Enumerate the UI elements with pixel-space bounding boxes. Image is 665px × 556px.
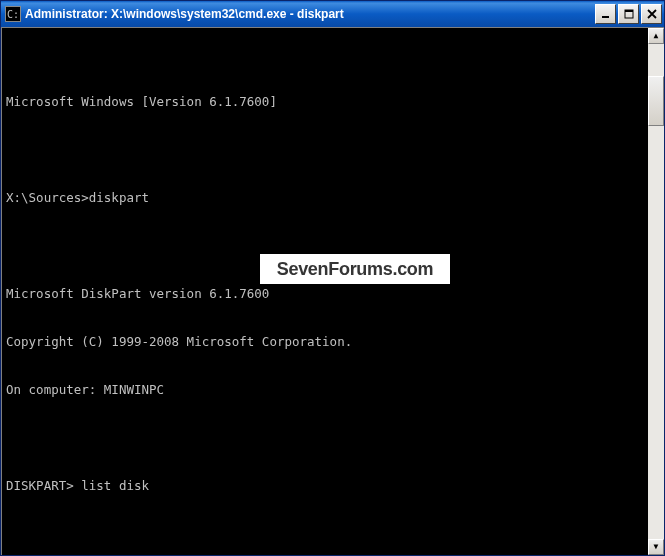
maximize-button[interactable] bbox=[618, 4, 639, 24]
scroll-thumb[interactable] bbox=[648, 76, 664, 126]
scroll-down-button[interactable]: ▼ bbox=[648, 539, 664, 555]
terminal-window: C: Administrator: X:\windows\system32\cm… bbox=[0, 0, 665, 556]
output-line bbox=[6, 526, 644, 542]
titlebar[interactable]: C: Administrator: X:\windows\system32\cm… bbox=[1, 1, 664, 27]
minimize-button[interactable] bbox=[595, 4, 616, 24]
scroll-up-button[interactable]: ▲ bbox=[648, 28, 664, 44]
watermark-overlay: SevenForums.com bbox=[260, 254, 450, 284]
vertical-scrollbar[interactable]: ▲ ▼ bbox=[648, 28, 664, 555]
output-line: On computer: MINWINPC bbox=[6, 382, 644, 398]
terminal-body[interactable]: Microsoft Windows [Version 6.1.7600] X:\… bbox=[1, 27, 664, 555]
svg-rect-0 bbox=[602, 16, 609, 18]
output-line bbox=[6, 238, 644, 254]
output-line: Copyright (C) 1999-2008 Microsoft Corpor… bbox=[6, 334, 644, 350]
output-line bbox=[6, 430, 644, 446]
close-button[interactable] bbox=[641, 4, 662, 24]
prompt-line: X:\Sources>diskpart bbox=[6, 190, 644, 206]
svg-rect-2 bbox=[625, 10, 633, 12]
window-controls bbox=[595, 4, 662, 24]
output-line bbox=[6, 142, 644, 158]
prompt-line: DISKPART> list disk bbox=[6, 478, 644, 494]
scroll-track[interactable] bbox=[648, 44, 664, 539]
cmd-icon: C: bbox=[5, 6, 21, 22]
output-line: Microsoft Windows [Version 6.1.7600] bbox=[6, 94, 644, 110]
window-title: Administrator: X:\windows\system32\cmd.e… bbox=[25, 7, 595, 21]
output-line: Microsoft DiskPart version 6.1.7600 bbox=[6, 286, 644, 302]
